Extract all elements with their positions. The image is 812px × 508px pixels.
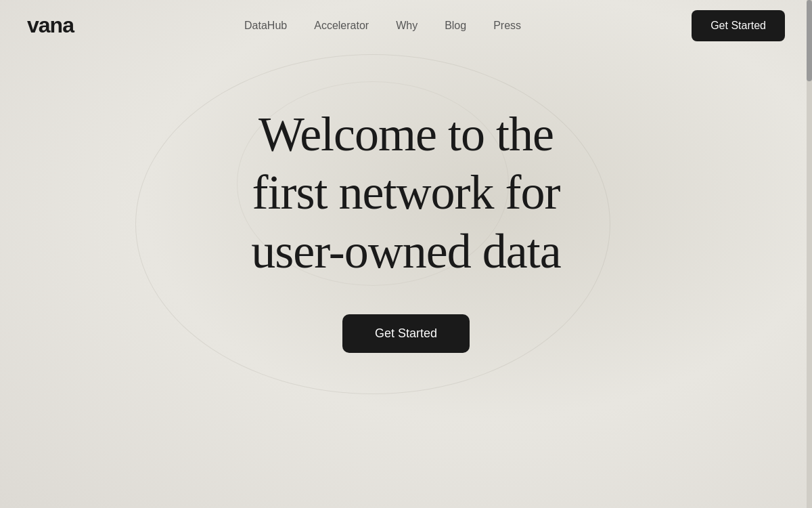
nav-link-why[interactable]: Why: [396, 20, 418, 31]
hero-title: Welcome to the first network for user-ow…: [251, 105, 560, 280]
nav-item-accelerator[interactable]: Accelerator: [314, 20, 369, 32]
navbar: vana DataHub Accelerator Why Blog Press …: [0, 0, 812, 51]
brand-logo[interactable]: vana: [27, 13, 74, 38]
nav-link-datahub[interactable]: DataHub: [244, 20, 287, 31]
nav-item-why[interactable]: Why: [396, 20, 418, 32]
hero-section: Welcome to the first network for user-ow…: [0, 51, 812, 353]
nav-link-press[interactable]: Press: [493, 20, 521, 31]
scrollbar-thumb[interactable]: [807, 0, 812, 81]
hero-title-line2: first network for: [252, 165, 560, 219]
hero-get-started-button[interactable]: Get Started: [342, 314, 470, 353]
scrollbar[interactable]: [807, 0, 812, 508]
nav-item-blog[interactable]: Blog: [445, 20, 466, 32]
nav-item-datahub[interactable]: DataHub: [244, 20, 287, 32]
hero-title-line1: Welcome to the: [258, 107, 554, 161]
nav-links: DataHub Accelerator Why Blog Press: [244, 20, 521, 32]
nav-item-press[interactable]: Press: [493, 20, 521, 32]
nav-get-started-button[interactable]: Get Started: [692, 10, 785, 41]
hero-title-line3: user-owned data: [251, 224, 560, 278]
nav-link-accelerator[interactable]: Accelerator: [314, 20, 369, 31]
nav-link-blog[interactable]: Blog: [445, 20, 466, 31]
